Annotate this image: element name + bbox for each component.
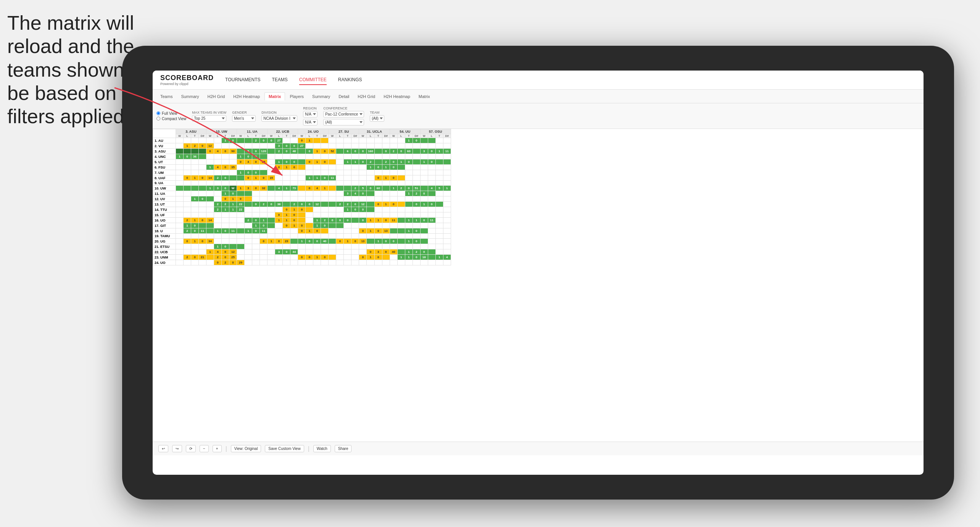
matrix-cell [184, 196, 191, 202]
sub-nav-matrix[interactable]: Matrix [264, 92, 285, 101]
nav-tournaments[interactable]: TOURNAMENTS [225, 75, 260, 85]
matrix-cell [405, 207, 413, 212]
matrix-cell [413, 165, 420, 170]
undo-button[interactable]: ↩ [158, 445, 168, 452]
matrix-cell [359, 165, 367, 170]
matrix-cell [214, 138, 222, 143]
watch-button[interactable]: Watch [313, 445, 331, 452]
matrix-cell [214, 234, 222, 239]
matrix-cell: 0 [252, 154, 260, 159]
sub-nav-h2h-heatmap[interactable]: H2H Heatmap [229, 93, 264, 100]
matrix-cell: 0 [344, 218, 351, 223]
matrix-cell [405, 196, 413, 202]
matrix-cell: 0 [374, 175, 382, 181]
matrix-cell [290, 239, 298, 244]
matrix-cell [359, 138, 367, 143]
sub-nav-h2h-heatmap2[interactable]: H2H Heatmap [380, 93, 414, 100]
row-header: 5. UT [153, 159, 176, 165]
matrix-cell [275, 181, 283, 186]
logo: SCOREBOARD Powered by clippd [160, 74, 214, 86]
sub-nav-players[interactable]: Players [286, 93, 308, 100]
matrix-cell [329, 191, 336, 196]
sub-nav-detail[interactable]: Detail [335, 93, 353, 100]
matrix-cell [176, 228, 184, 234]
bottom-toolbar: ↩ ↪ ⟳ − + | View: Original Save Custom V… [153, 442, 924, 455]
conference-select[interactable]: Pac-12 Conference (All) [323, 111, 364, 117]
matrix-cell [344, 228, 351, 234]
matrix-cell [206, 255, 214, 260]
sub-nav-summary[interactable]: Summary [177, 93, 203, 100]
matrix-cell [344, 138, 351, 143]
matrix-cell [222, 181, 229, 186]
matrix-cell [420, 260, 428, 265]
matrix-cell [413, 207, 420, 212]
share-button[interactable]: Share [335, 445, 352, 452]
sub-nav-h2h-grid2[interactable]: H2H Grid [354, 93, 379, 100]
matrix-cell [222, 218, 229, 223]
region-sub-select[interactable]: N/A [303, 119, 318, 125]
matrix-cell [390, 255, 397, 260]
matrix-cell [351, 196, 359, 202]
conference-sub-select[interactable]: (All) [323, 119, 364, 125]
max-teams-select[interactable]: Top 25 Top 50 All [192, 115, 226, 122]
matrix-cell: 1 [237, 186, 245, 191]
matrix-cell: 0 [222, 249, 229, 255]
matrix-cell [206, 191, 214, 196]
matrix-cell: 1 [405, 255, 413, 260]
sub-nav-summary2[interactable]: Summary [308, 93, 334, 100]
matrix-cell [329, 138, 336, 143]
matrix-cell [435, 202, 443, 207]
full-view-radio[interactable]: Full View [156, 111, 186, 116]
matrix-cell [214, 143, 222, 149]
table-row: 19. TAMU [153, 234, 451, 239]
nav-teams[interactable]: TEAMS [272, 75, 287, 85]
matrix-cell [390, 207, 397, 212]
matrix-cell [397, 181, 405, 186]
gender-select[interactable]: Men's Women's [232, 115, 256, 122]
matrix-cell [344, 175, 351, 181]
matrix-cell: 1 [405, 138, 413, 143]
matrix-cell [397, 170, 405, 175]
matrix-cell: 0 [306, 202, 313, 207]
matrix-cell [268, 181, 275, 186]
matrix-cell: 2 [344, 202, 351, 207]
matrix-cell [435, 138, 443, 143]
matrix-cell [260, 143, 268, 149]
matrix-cell [245, 260, 252, 265]
team-select[interactable]: (All) [370, 115, 384, 122]
matrix-cell: 0 [382, 239, 390, 244]
matrix-cell [367, 191, 374, 196]
matrix-cell: 0 [390, 239, 397, 244]
matrix-cell [176, 143, 184, 149]
matrix-cell: 160 [367, 149, 374, 154]
matrix-cell: 2 [214, 255, 222, 260]
matrix-cell: 0 [275, 212, 283, 218]
compact-view-radio[interactable]: Compact View [156, 117, 186, 121]
sub-nav-matrix2[interactable]: Matrix [415, 93, 434, 100]
nav-rankings[interactable]: RANKINGS [338, 75, 362, 85]
matrix-cell: 2 [367, 159, 374, 165]
matrix-cell [321, 234, 329, 239]
matrix-cell [184, 244, 191, 249]
sub-nav-h2h-grid[interactable]: H2H Grid [203, 93, 229, 100]
nav-committee[interactable]: COMMITTEE [299, 75, 327, 85]
matrix-cell [367, 181, 374, 186]
matrix-cell [229, 181, 237, 186]
matrix-cell [390, 228, 397, 234]
matrix-cell: W [229, 186, 237, 191]
save-custom-button[interactable]: Save Custom View [265, 445, 304, 452]
row-header: 7. UM [153, 170, 176, 175]
region-select[interactable]: N/A (All) [303, 111, 318, 117]
sub-nav-teams[interactable]: Teams [156, 93, 176, 100]
matrix-cell [435, 212, 443, 218]
zoom-out-button[interactable]: − [200, 445, 209, 452]
matrix-scroll[interactable]: 3. ASU 10. UW 11. UA 22. UCB 24. UO 27. … [153, 129, 924, 442]
refresh-button[interactable]: ⟳ [186, 445, 196, 452]
division-select[interactable]: NCAA Division I NCAA Division II [261, 115, 297, 122]
zoom-in-button[interactable]: + [213, 445, 222, 452]
redo-button[interactable]: ↪ [172, 445, 182, 452]
view-original-button[interactable]: View: Original [231, 445, 261, 452]
sub-col-header: Dif [260, 134, 268, 138]
matrix-cell: 38 [275, 202, 283, 207]
matrix-cell [382, 223, 390, 228]
